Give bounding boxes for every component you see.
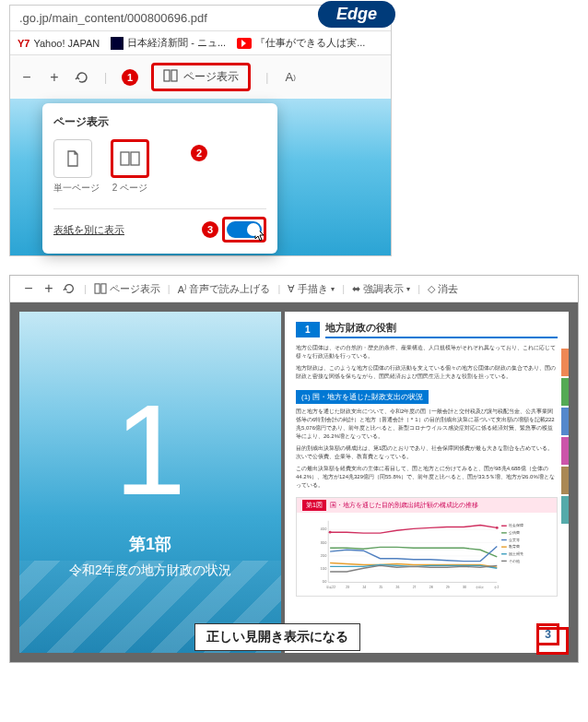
erase-button[interactable]: ◇ 消去: [428, 282, 458, 296]
rotate-icon[interactable]: [75, 70, 89, 85]
chapter-number: 1: [114, 385, 186, 515]
svg-rect-22: [501, 553, 507, 554]
draw-button[interactable]: ∀ 手描き ▾: [288, 282, 335, 296]
svg-text:教育費: 教育費: [509, 544, 520, 549]
svg-text:国土開発: 国土開発: [509, 551, 523, 556]
erase-icon: ◇: [428, 283, 435, 295]
draw-icon: ∀: [288, 283, 295, 295]
highlight-button[interactable]: ⬌ 強調表示 ▾: [352, 282, 410, 296]
svg-text:27: 27: [413, 586, 417, 589]
read-aloud-icon: A): [178, 283, 187, 295]
pdf-page-right[interactable]: 1 地方財政の役割 地方公団体は、その自然的・歴史的条件、産業構造、人口規模等が…: [285, 312, 569, 653]
highlight-label: 強調表示: [363, 282, 404, 296]
cover-separate-row: 表紙を別に表示 3: [53, 217, 266, 243]
bookmarks-bar: Y7 Yahoo! JAPAN 日本経済新聞 - ニュ... 『仕事ができる人は…: [10, 31, 391, 55]
svg-text:令2: 令2: [494, 586, 499, 589]
cover-toggle-highlight: [222, 217, 266, 243]
svg-rect-4: [95, 284, 100, 293]
tab-2[interactable]: [561, 378, 569, 406]
tab-1[interactable]: [561, 349, 569, 376]
body-paragraph: 地方財政は、このような地方公団体の行政活動を支えている個々の地方公団体の財政の集…: [296, 364, 558, 381]
read-aloud-label: 音声で読み上げる: [189, 282, 270, 296]
bookmark-yahoo[interactable]: Y7 Yahoo! JAPAN: [18, 38, 100, 49]
svg-text:23: 23: [346, 586, 349, 589]
single-page-label: 単一ページ: [53, 182, 100, 195]
chapter-heading: 第1部: [129, 533, 171, 555]
svg-text:社会保障: 社会保障: [509, 523, 523, 527]
svg-rect-20: [501, 546, 507, 547]
corner-highlight: [536, 627, 569, 655]
bookmark-label: 日本経済新聞 - ニュ...: [127, 36, 226, 50]
result-caption: 正しい見開き表示になる: [194, 623, 360, 651]
read-aloud-button[interactable]: A) 音声で読み上げる: [178, 282, 271, 296]
svg-point-13: [496, 527, 499, 529]
bookmark-label: Yahoo! JAPAN: [33, 38, 100, 49]
callout-3: 3: [202, 221, 218, 238]
pdf-page-left[interactable]: 1 第1部 令和2年度の地方財政の状況: [19, 312, 281, 653]
top-screenshot: Edge .go.jp/main_content/000800696.pdf Y…: [9, 5, 392, 256]
page-view-label: ページ表示: [183, 69, 239, 85]
svg-rect-5: [101, 284, 106, 293]
svg-point-12: [329, 531, 332, 534]
chart-plot-area: 社会保障 公債費 企業等 教育費 国土開発 その他 平成222324 25262…: [297, 513, 557, 596]
bookmark-youtube[interactable]: 『仕事ができる人は実...: [237, 36, 365, 50]
tab-3[interactable]: [561, 408, 569, 435]
single-page-icon: [53, 139, 92, 178]
page-view-button[interactable]: ページ表示: [94, 282, 160, 296]
svg-text:28: 28: [429, 586, 433, 589]
chart-title-bar: 第1図 国・地方を通じた目的別歳出純計額の構成比の推移: [297, 498, 557, 513]
svg-rect-3: [131, 152, 139, 165]
pdf-viewer-background: ページ表示 単一ページ 2 ページ 2 表紙を別に表示: [10, 99, 391, 255]
svg-text:10.0: 10.0: [321, 567, 327, 571]
svg-text:20.0: 20.0: [321, 554, 327, 558]
document-view: 1 第1部 令和2年度の地方財政の状況 1 地方財政の役割 地方公団体は、その自…: [10, 302, 578, 662]
chevron-down-icon: ▾: [406, 285, 410, 293]
section-header: 1 地方財政の役割: [296, 321, 558, 338]
bookmark-nikkei[interactable]: 日本経済新聞 - ニュ...: [111, 36, 226, 50]
svg-text:30: 30: [463, 586, 466, 589]
svg-rect-16: [501, 532, 507, 533]
page-view-popup: ページ表示 単一ページ 2 ページ 2 表紙を別に表示: [42, 103, 277, 254]
chevron-down-icon: ▾: [331, 285, 335, 293]
zoom-out-icon[interactable]: −: [19, 70, 34, 85]
popup-title: ページ表示: [53, 114, 266, 130]
two-page-label: 2 ページ: [111, 182, 149, 195]
two-page-icon: [111, 139, 149, 178]
read-aloud-icon[interactable]: A): [283, 70, 298, 85]
youtube-icon: [237, 38, 252, 49]
edge-badge: Edge: [318, 1, 395, 28]
zoom-in-icon[interactable]: +: [47, 70, 62, 85]
tab-5[interactable]: [561, 467, 569, 494]
bookmark-label: 『仕事ができる人は実...: [255, 36, 365, 50]
chart-title: 国・地方を通じた目的別歳出純計額の構成比の推移: [330, 501, 478, 510]
svg-text:0.0: 0.0: [323, 580, 327, 584]
tab-4[interactable]: [561, 437, 569, 465]
body-paragraph: 目的別歳出決算額の構成比は、第1図のとおりであり、社会保障関係費が最も大きな割合…: [296, 444, 558, 461]
cover-toggle[interactable]: [227, 221, 262, 238]
bottom-screenshot: − + | ページ表示 | A) 音声で読み上げる | ∀ 手描き ▾ | ⬌ …: [9, 275, 579, 663]
zoom-in-icon[interactable]: +: [41, 281, 56, 296]
zoom-out-icon[interactable]: −: [21, 281, 36, 296]
body-paragraph: 地方公団体は、その自然的・歴史的条件、産業構造、人口規模等がそれぞれ異なっており…: [296, 344, 558, 361]
chart-badge: 第1図: [302, 500, 326, 511]
svg-text:企業等: 企業等: [509, 538, 520, 542]
line-chart: 社会保障 公債費 企業等 教育費 国土開発 その他 平成222324 25262…: [300, 516, 553, 592]
divider: [53, 208, 266, 209]
svg-text:26: 26: [396, 586, 400, 589]
index-tabs: [561, 349, 569, 526]
draw-label: 手描き: [298, 282, 328, 296]
svg-text:29: 29: [446, 586, 450, 589]
two-page-option[interactable]: 2 ページ: [111, 139, 149, 195]
pdf-toolbar-full: − + | ページ表示 | A) 音声で読み上げる | ∀ 手描き ▾ | ⬌ …: [10, 276, 578, 302]
section-number: 1: [296, 322, 320, 337]
svg-rect-24: [501, 561, 507, 562]
cursor-icon: [250, 225, 266, 247]
nikkei-icon: [111, 37, 123, 50]
tab-6[interactable]: [561, 496, 569, 524]
rotate-icon[interactable]: [62, 281, 76, 296]
section-title: 地方財政の役割: [325, 321, 558, 338]
subsection-header: (1) 国・地方を通じた財政支出の状況: [296, 390, 429, 404]
svg-text:令和元: 令和元: [476, 586, 484, 589]
single-page-option[interactable]: 単一ページ: [53, 139, 100, 195]
page-view-button[interactable]: ページ表示: [151, 63, 251, 91]
